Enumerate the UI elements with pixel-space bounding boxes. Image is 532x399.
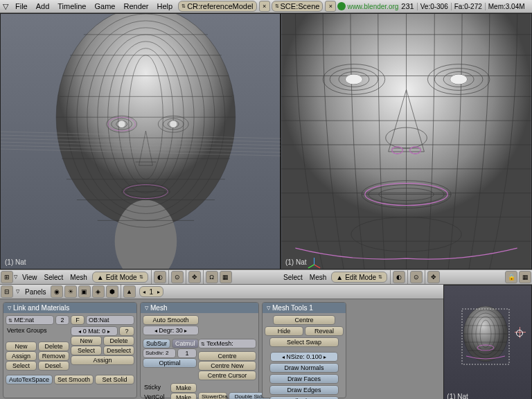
sticky-make-button[interactable]: Make xyxy=(170,383,197,393)
top-menu-bar: ▽ File Add Timeline Game Render Help ⇅CR… xyxy=(0,0,532,13)
vertcol-label: VertCol xyxy=(143,393,169,399)
page-nav[interactable]: ◂1▸ xyxy=(139,286,164,297)
scene-selector[interactable]: ⇅SCE:Scene xyxy=(272,1,323,12)
scene-close-icon[interactable]: × xyxy=(325,1,336,12)
stats-readout: Ve:0-306 Fa:0-272 Mem:3.04M xyxy=(417,3,525,10)
menu-mesh-r[interactable]: Mesh xyxy=(306,274,330,281)
setsolid-button[interactable]: Set Solid xyxy=(95,375,134,384)
menu-timeline[interactable]: Timeline xyxy=(53,2,90,10)
catmul-button[interactable]: Catmul xyxy=(172,339,199,348)
autosmooth-button[interactable]: Auto Smooth xyxy=(143,315,199,325)
lock-icon[interactable]: 🔒 xyxy=(505,271,517,283)
manipulator-icon-r[interactable]: ✥ xyxy=(427,271,440,283)
mat-new-button[interactable]: New xyxy=(71,336,102,346)
menu-mesh[interactable]: Mesh xyxy=(66,274,90,281)
fake-user-button[interactable]: F xyxy=(71,315,85,325)
screen-close-icon[interactable]: × xyxy=(259,1,270,12)
degr-field[interactable]: ◂ Degr: 30 ▸ xyxy=(143,326,199,335)
viewport-header-left: ⊞ ▽ View Select Mesh ▲Edit Mode⇅ ◐ ⊙ ✥ Ω… xyxy=(0,269,280,285)
menu-view[interactable]: View xyxy=(19,274,41,281)
mesh-name-field[interactable]: ⇅ ME:nat xyxy=(6,315,54,325)
centrenew-button[interactable]: Centre New xyxy=(198,361,256,371)
autotexspace-button[interactable]: AutoTexSpace xyxy=(6,375,53,384)
viewport-mini[interactable]: (1) Nat xyxy=(443,285,532,399)
viewport-right[interactable]: (1) Nat xyxy=(281,13,532,269)
panel-link-header[interactable]: ▽Link and Materials xyxy=(3,303,136,313)
menu-file[interactable]: File xyxy=(11,2,32,10)
bottom-row: ⊟ ▽ Panels ◉ ☀ ▣ ◈ ⬢ ▲ ◂1▸ ▽Link and Mat… xyxy=(0,285,532,399)
menu-help[interactable]: Help xyxy=(153,2,177,10)
buttons-window: ⊟ ▽ Panels ◉ ☀ ▣ ◈ ⬢ ▲ ◂1▸ ▽Link and Mat… xyxy=(0,285,443,399)
vg-new-button[interactable]: New xyxy=(6,342,37,351)
centrecursor-button[interactable]: Centre Cursor xyxy=(198,371,256,380)
material-help-button[interactable]: ? xyxy=(119,326,134,336)
texmesh-field[interactable]: ⇅ TexMesh: xyxy=(198,339,256,348)
blender-url[interactable]: www.blender.org xyxy=(347,3,398,10)
vg-deselect-button[interactable]: Desel. xyxy=(38,361,69,371)
subsurf-button[interactable]: SubSur xyxy=(143,339,170,348)
vg-remove-button[interactable]: Remove xyxy=(38,351,69,361)
context-icon-1[interactable]: ◉ xyxy=(51,285,63,298)
subcontext-icon[interactable]: ▲ xyxy=(123,285,136,298)
drawedges-button[interactable]: Draw Edges xyxy=(269,385,339,395)
drawfaces-button[interactable]: Draw Faces xyxy=(269,374,339,384)
alledges-button[interactable]: All edges xyxy=(269,396,339,399)
reveal-button[interactable]: Reveal xyxy=(305,326,344,336)
centre-button[interactable]: Centre xyxy=(198,351,256,361)
mat-delete-button[interactable]: Delete xyxy=(103,336,134,346)
cursor-circle xyxy=(516,330,523,337)
shading-icon-r[interactable]: ◐ xyxy=(393,271,405,283)
vg-delete-button[interactable]: Delete xyxy=(38,342,69,351)
render-icon[interactable]: ▦ xyxy=(220,271,232,283)
mat-assign-button[interactable]: Assign xyxy=(71,355,134,365)
centre-button-2[interactable]: Centre xyxy=(273,315,335,325)
shading-icon[interactable]: ◐ xyxy=(154,271,166,283)
mesh-head-right xyxy=(281,14,531,269)
menu-select-r[interactable]: Select xyxy=(280,274,306,281)
subdiv-render-field[interactable]: 1 xyxy=(177,348,197,358)
setsmooth-button[interactable]: Set Smooth xyxy=(54,375,94,384)
vertcol-make-button[interactable]: Make xyxy=(170,393,197,399)
viewport-left-label: (1) Nat xyxy=(5,258,26,266)
vg-assign-button[interactable]: Assign xyxy=(6,351,37,361)
vg-select-button[interactable]: Select xyxy=(6,361,37,371)
optimal-button[interactable]: Optimal xyxy=(143,358,197,368)
panel-tools-header[interactable]: ▽Mesh Tools 1 xyxy=(263,303,346,313)
context-icon-3[interactable]: ▣ xyxy=(78,285,91,298)
mode-selector-r[interactable]: ▲Edit Mode⇅ xyxy=(331,272,387,283)
nsize-field[interactable]: ◂ NSize: 0.100 ▸ xyxy=(270,352,338,362)
collapse-icon[interactable]: ▽ xyxy=(2,3,9,10)
material-nav[interactable]: ◂ 0 Mat: 0 ▸ xyxy=(71,326,118,336)
mat-deselect-button[interactable]: Deselect xyxy=(103,346,134,355)
drawnormals-button[interactable]: Draw Normals xyxy=(269,363,339,373)
hide-button[interactable]: Hide xyxy=(265,326,303,336)
buttons-type-icon[interactable]: ⊟ xyxy=(1,285,13,298)
editor-type-icon[interactable]: ⊞ xyxy=(1,271,13,283)
mat-select-button[interactable]: Select xyxy=(71,346,102,355)
layers-icon[interactable]: ▦ xyxy=(519,271,531,283)
object-name-field[interactable]: OB:Nat xyxy=(86,315,134,325)
mode-selector[interactable]: ▲Edit Mode⇅ xyxy=(92,272,148,283)
context-icon-4[interactable]: ◈ xyxy=(92,285,105,298)
menu-select[interactable]: Select xyxy=(41,274,67,281)
slowerdraw-button[interactable]: SlowerDra xyxy=(198,392,227,399)
context-icon-5[interactable]: ⬢ xyxy=(106,285,118,298)
panel-mesh-header[interactable]: ▽Mesh xyxy=(141,303,258,313)
selectswap-button[interactable]: Select Swap xyxy=(269,337,339,347)
pivot-icon-r[interactable]: ⊙ xyxy=(410,271,423,283)
snap-icon[interactable]: Ω xyxy=(206,271,218,283)
manipulator-icon[interactable]: ✥ xyxy=(188,271,201,283)
panels-label: Panels xyxy=(21,288,50,296)
svg-point-19 xyxy=(170,121,177,127)
pivot-icon[interactable]: ⊙ xyxy=(171,271,184,283)
mesh-users[interactable]: 2 xyxy=(55,315,69,325)
svg-point-18 xyxy=(118,121,125,127)
menu-add[interactable]: Add xyxy=(32,2,54,10)
subdiv-field[interactable]: Subdiv: 2 xyxy=(143,348,176,358)
svg-point-0 xyxy=(56,14,236,227)
context-icon-2[interactable]: ☀ xyxy=(64,285,77,298)
screen-selector[interactable]: ⇅CR:referenceModel xyxy=(178,1,256,12)
menu-game[interactable]: Game xyxy=(90,2,119,10)
viewport-left[interactable]: (1) Nat xyxy=(0,13,281,269)
menu-render[interactable]: Render xyxy=(119,2,152,10)
